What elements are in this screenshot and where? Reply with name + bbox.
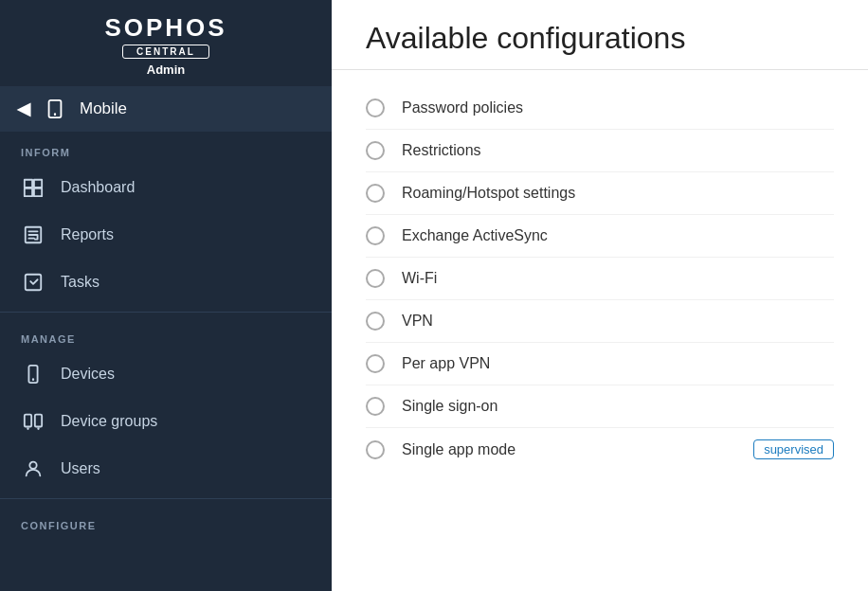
config-item-password-policies[interactable]: Password policies [366,87,834,130]
sidebar-item-device-groups-label: Device groups [61,413,157,430]
config-item-per-app-vpn[interactable]: Per app VPN [366,343,834,385]
svg-rect-4 [25,188,32,196]
svg-rect-5 [34,188,42,196]
config-label-roaming-hotspot: Roaming/Hotspot settings [402,185,834,202]
sidebar-item-reports-label: Reports [61,226,114,243]
radio-single-sign-on[interactable] [366,397,385,416]
config-item-single-app-mode[interactable]: Single app mode supervised [366,428,834,471]
device-groups-icon [21,409,45,434]
config-label-password-policies: Password policies [402,99,834,116]
svg-rect-10 [26,275,42,291]
config-item-roaming-hotspot[interactable]: Roaming/Hotspot settings [366,172,834,215]
sidebar-logo: SOPHOS CENTRAL Admin [0,0,332,86]
config-label-exchange-activesync: Exchange ActiveSync [402,227,834,244]
config-item-restrictions[interactable]: Restrictions [366,130,834,172]
sophos-text: SOPHOS [104,13,226,43]
sidebar-item-device-groups[interactable]: Device groups [0,398,332,445]
sophos-central-bar: CENTRAL [122,45,209,59]
sidebar-item-users-label: Users [61,460,100,477]
radio-per-app-vpn[interactable] [366,354,385,373]
sidebar-divider-2 [0,498,332,499]
config-item-exchange-activesync[interactable]: Exchange ActiveSync [366,215,834,258]
section-label-manage: MANAGE [0,318,332,350]
sidebar-item-devices[interactable]: Devices [0,350,332,398]
sidebar-item-dashboard[interactable]: Dashboard [0,164,332,211]
svg-rect-14 [35,415,42,427]
config-label-per-app-vpn: Per app VPN [402,355,834,372]
svg-rect-2 [25,180,32,188]
main-header: Available configurations [332,0,868,70]
config-label-vpn: VPN [402,313,834,330]
section-label-inform: INFORM [0,132,332,164]
mobile-label: Mobile [80,99,127,118]
config-label-single-sign-on: Single sign-on [402,398,834,415]
section-label-configure: CONFIGURE [0,505,332,537]
radio-vpn[interactable] [366,312,385,331]
sophos-admin: Admin [147,63,185,77]
radio-password-policies[interactable] [366,98,385,117]
dashboard-icon [21,175,45,200]
radio-roaming-hotspot[interactable] [366,184,385,203]
sidebar-item-tasks-label: Tasks [61,274,99,291]
tasks-icon [21,270,45,295]
config-item-wifi[interactable]: Wi-Fi [366,258,834,300]
sidebar-divider-1 [0,312,332,313]
config-label-restrictions: Restrictions [402,142,834,159]
config-list: Password policies Restrictions Roaming/H… [332,70,868,488]
sidebar-item-dashboard-label: Dashboard [61,179,135,196]
reports-icon [21,223,45,247]
radio-wifi[interactable] [366,269,385,288]
sidebar-item-devices-label: Devices [61,366,115,383]
devices-icon [21,362,45,386]
back-arrow-icon[interactable]: ◀ [17,98,30,119]
svg-point-17 [29,462,36,469]
config-label-single-app-mode: Single app mode [402,441,736,458]
main-content: Available configurations Password polici… [332,0,868,591]
users-icon [21,457,45,481]
svg-rect-13 [25,415,31,427]
radio-exchange-activesync[interactable] [366,226,385,245]
sophos-logo-box: SOPHOS CENTRAL Admin [104,13,226,77]
sidebar-mobile-header[interactable]: ◀ Mobile [0,86,332,132]
radio-restrictions[interactable] [366,141,385,160]
config-item-single-sign-on[interactable]: Single sign-on [366,385,834,428]
page-title: Available configurations [366,21,834,56]
mobile-icon [42,96,68,122]
svg-rect-3 [34,180,42,188]
sidebar-item-users[interactable]: Users [0,445,332,492]
supervised-badge: supervised [753,439,834,459]
config-item-vpn[interactable]: VPN [366,300,834,343]
sidebar-item-tasks[interactable]: Tasks [0,259,332,306]
radio-single-app-mode[interactable] [366,440,385,459]
config-label-wifi: Wi-Fi [402,270,834,287]
sidebar: SOPHOS CENTRAL Admin ◀ Mobile INFORM Das… [0,0,332,591]
sidebar-item-reports[interactable]: Reports [0,211,332,259]
